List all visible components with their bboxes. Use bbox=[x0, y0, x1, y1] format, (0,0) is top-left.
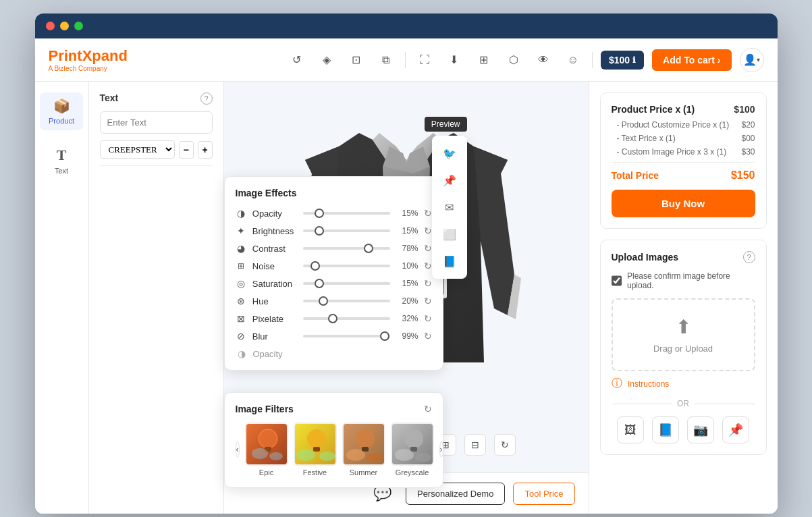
upload-images-card: Upload Images ? Please confirm image bef… bbox=[600, 240, 767, 455]
text-panel-title: Text bbox=[100, 92, 213, 103]
share-message-button[interactable]: ⬜ bbox=[437, 222, 462, 246]
svg-rect-6 bbox=[313, 447, 320, 452]
sidebar-item-text[interactable]: T Text bbox=[40, 141, 83, 180]
filter-item-epic[interactable]: Epic bbox=[245, 423, 288, 477]
emoji-icon[interactable]: ☺ bbox=[562, 49, 584, 71]
sidebar-item-product[interactable]: 📦 Product bbox=[40, 92, 83, 130]
effect-row-blur: ⊘ Blur 99% ↻ bbox=[236, 331, 432, 342]
svg-point-15 bbox=[395, 449, 414, 461]
contrast-reset-icon[interactable]: ↻ bbox=[424, 243, 432, 254]
layout-icon[interactable]: ⧉ bbox=[375, 49, 397, 71]
svg-point-11 bbox=[346, 449, 365, 461]
filter-name-epic: Epic bbox=[259, 468, 273, 477]
font-size-increase-button[interactable]: + bbox=[198, 141, 213, 159]
font-size-decrease-button[interactable]: − bbox=[179, 141, 194, 159]
filter-item-greyscale[interactable]: Greyscale bbox=[391, 423, 434, 477]
minimize-btn[interactable] bbox=[60, 22, 69, 30]
text-input-field[interactable] bbox=[100, 111, 213, 134]
upload-zone[interactable]: ⬆ Drag or Upload bbox=[612, 298, 755, 371]
blur-slider[interactable] bbox=[303, 335, 390, 337]
image-effects-panel: Image Effects ◑ Opacity 15% ↻ ✦ Brightne… bbox=[224, 176, 443, 371]
saturation-label: Saturation bbox=[252, 279, 298, 289]
close-btn[interactable] bbox=[46, 22, 55, 30]
share-facebook-button[interactable]: 📘 bbox=[437, 249, 462, 273]
svg-point-4 bbox=[269, 452, 283, 460]
svg-point-7 bbox=[296, 449, 315, 461]
upload-from-pinterest-button[interactable]: 📌 bbox=[722, 416, 749, 443]
brightness-slider[interactable] bbox=[303, 229, 390, 232]
hue-slider[interactable] bbox=[303, 300, 390, 302]
total-price-label: Total Price bbox=[612, 170, 659, 181]
grid-icon[interactable]: ⊞ bbox=[473, 49, 495, 71]
logo: PrintXpand A Biztech Company bbox=[49, 47, 128, 72]
upload-help-icon[interactable]: ? bbox=[743, 251, 755, 263]
hue-reset-icon[interactable]: ↻ bbox=[424, 296, 432, 306]
total-price-row: Total Price $150 bbox=[612, 162, 755, 182]
blur-label: Blur bbox=[252, 331, 298, 342]
social-upload-buttons: 🖼 📘 📷 📌 bbox=[612, 416, 755, 443]
filter-prev-button[interactable]: ‹ bbox=[236, 441, 240, 458]
screen-icon[interactable]: ⊡ bbox=[346, 49, 367, 71]
product-price-row: Product Price x (1) $100 bbox=[612, 104, 755, 115]
download-icon[interactable]: ⬇ bbox=[443, 49, 465, 71]
eye-icon[interactable]: 👁 bbox=[533, 49, 554, 71]
hue-label: Hue bbox=[252, 296, 298, 306]
filter-name-summer: Summer bbox=[350, 468, 378, 477]
add-to-cart-label: Add To cart bbox=[663, 55, 715, 65]
refresh-icon[interactable]: ↺ bbox=[286, 49, 308, 71]
buy-now-button[interactable]: Buy Now bbox=[612, 190, 755, 217]
noise-slider[interactable] bbox=[303, 265, 390, 267]
upload-from-facebook-button[interactable]: 📘 bbox=[652, 416, 679, 443]
app-header: PrintXpand A Biztech Company ↺ ◈ ⊡ ⧉ ⛶ ⬇… bbox=[35, 38, 778, 82]
filter-item-summer[interactable]: Summer bbox=[342, 423, 385, 477]
add-to-cart-button[interactable]: Add To cart › bbox=[652, 49, 731, 71]
instructions-link[interactable]: Instructions bbox=[628, 379, 669, 389]
filter-preview-greyscale bbox=[392, 424, 434, 466]
filter-items-list: Epic Festive bbox=[245, 423, 434, 477]
brightness-reset-icon[interactable]: ↻ bbox=[424, 225, 432, 236]
upload-from-instagram-button[interactable]: 📷 bbox=[687, 416, 714, 443]
share-icon[interactable]: ⬡ bbox=[503, 49, 524, 71]
text-icon: T bbox=[57, 146, 67, 164]
pixelate-reset-icon[interactable]: ↻ bbox=[424, 313, 432, 324]
divider bbox=[405, 52, 406, 68]
filter-next-button[interactable]: › bbox=[439, 441, 443, 458]
saturation-reset-icon[interactable]: ↻ bbox=[424, 278, 432, 289]
filter-item-festive[interactable]: Festive bbox=[294, 423, 337, 477]
layout-toggle-button[interactable]: ⊟ bbox=[464, 434, 486, 456]
confirm-checkbox[interactable] bbox=[612, 275, 622, 286]
pixelate-slider[interactable] bbox=[303, 317, 390, 320]
upload-from-gallery-button[interactable]: 🖼 bbox=[617, 416, 644, 443]
shield-icon[interactable]: ◈ bbox=[316, 49, 337, 71]
effects-title: Image Effects bbox=[236, 188, 432, 198]
noise-reset-icon[interactable]: ↻ bbox=[424, 261, 432, 271]
tool-price-button[interactable]: Tool Price bbox=[513, 483, 574, 505]
refresh-canvas-button[interactable]: ↻ bbox=[494, 434, 516, 456]
text-panel-help[interactable]: ? bbox=[200, 92, 213, 105]
contrast-slider[interactable] bbox=[303, 247, 390, 250]
text-price-label: - Text Price x (1) bbox=[617, 134, 676, 143]
font-family-select[interactable]: CREEPSTER bbox=[100, 140, 175, 159]
share-email-button[interactable]: ✉ bbox=[437, 195, 462, 219]
or-line-right bbox=[695, 404, 755, 404]
share-twitter-button[interactable]: 🐦 bbox=[437, 141, 462, 165]
blur-reset-icon[interactable]: ↻ bbox=[424, 331, 432, 342]
maximize-btn[interactable] bbox=[74, 22, 83, 30]
product-price-amount: $100 bbox=[734, 104, 755, 115]
opacity-slider[interactable] bbox=[303, 212, 390, 215]
filters-reset-icon[interactable]: ↻ bbox=[424, 404, 432, 414]
filter-thumb-epic bbox=[245, 423, 288, 466]
filter-name-greyscale: Greyscale bbox=[396, 468, 429, 477]
share-pinterest-button[interactable]: 📌 bbox=[437, 168, 462, 192]
right-panel: Product Price x (1) $100 - Product Custo… bbox=[589, 82, 778, 514]
image-filters-panel: Image Filters ↻ ‹ bbox=[224, 392, 443, 488]
opacity-reset-icon[interactable]: ↻ bbox=[424, 208, 432, 219]
svg-rect-10 bbox=[362, 447, 369, 452]
expand-icon[interactable]: ⛶ bbox=[414, 49, 435, 71]
svg-point-3 bbox=[252, 448, 268, 459]
user-account-button[interactable]: 👤 ▾ bbox=[740, 48, 764, 72]
price-badge[interactable]: $100 ℹ bbox=[601, 51, 644, 70]
info-icon: ℹ bbox=[632, 55, 636, 65]
saturation-slider[interactable] bbox=[303, 282, 390, 285]
or-divider: OR bbox=[612, 399, 755, 408]
